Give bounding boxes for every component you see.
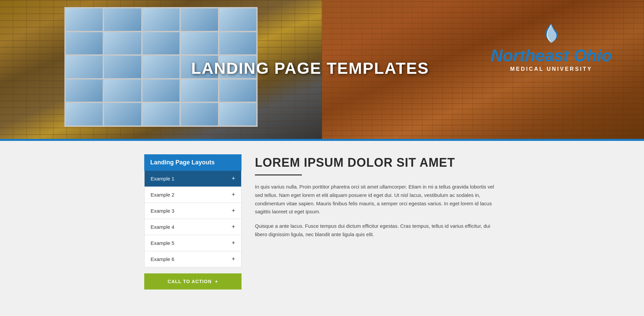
main-body: In quis varius nulla. Proin porttitor ph… [255, 183, 500, 239]
sidebar-header: Landing Page Layouts [144, 154, 241, 171]
sidebar-item-label: Example 5 [151, 240, 174, 246]
plus-icon: + [231, 256, 235, 263]
window-cell [66, 32, 103, 55]
plus-icon: + [231, 207, 235, 214]
plus-icon: + [231, 223, 235, 230]
window-cell [104, 32, 141, 55]
window-cell [181, 32, 218, 55]
neomed-logo: Northeast Ohio MEDICAL UNIVERSITY [491, 21, 612, 72]
sidebar-item-label: Example 4 [151, 224, 174, 230]
sidebar-item-label: Example 2 [151, 192, 174, 198]
sidebar: Landing Page Layouts Example 1 + Example… [144, 154, 241, 289]
sidebar-item-label: Example 1 [151, 176, 174, 181]
window-cell [219, 80, 256, 102]
window-cell [143, 32, 179, 55]
window-cell [219, 32, 256, 55]
sidebar-item-example2[interactable]: Example 2 + [145, 187, 241, 203]
window-cell [66, 56, 103, 78]
sidebar-item-label: Example 6 [151, 256, 174, 262]
sidebar-item-example1[interactable]: Example 1 + [145, 171, 241, 187]
sidebar-item-example3[interactable]: Example 3 + [145, 203, 241, 219]
window-cell [143, 56, 179, 78]
window-cell [104, 103, 141, 125]
window-cell [181, 8, 218, 31]
window-cell [143, 103, 179, 125]
sidebar-item-label: Example 3 [151, 208, 174, 214]
content-area: Landing Page Layouts Example 1 + Example… [0, 141, 644, 310]
cta-label: CALL TO ACTION [168, 279, 212, 284]
neomed-flame-icon [541, 21, 561, 45]
window-cell [66, 8, 103, 31]
hero-blue-bar [0, 139, 644, 141]
main-paragraph-2: Quisque a ante lacus. Fusce tempus dui d… [255, 222, 500, 239]
plus-icon: + [231, 240, 235, 247]
plus-icon: + [231, 191, 235, 198]
sidebar-items-list: Example 1 + Example 2 + Example 3 + Exam… [144, 171, 241, 267]
window-cell [219, 8, 256, 31]
sidebar-item-example4[interactable]: Example 4 + [145, 219, 241, 235]
window-cell [219, 103, 256, 125]
window-cell [104, 80, 141, 102]
window-cell [143, 80, 179, 102]
window-cell [181, 103, 218, 125]
neomed-logo-line1: Northeast Ohio [491, 47, 612, 64]
window-cell [66, 103, 103, 125]
main-heading: LOREM IPSUM DOLOR SIT AMET [255, 156, 500, 170]
window-cell [181, 80, 218, 102]
cta-plus-icon: + [215, 279, 218, 284]
cta-button[interactable]: CALL TO ACTION + [144, 273, 241, 289]
sidebar-item-example6[interactable]: Example 6 + [145, 251, 241, 267]
content-inner: Landing Page Layouts Example 1 + Example… [138, 154, 506, 289]
window-cell [104, 56, 141, 78]
plus-icon: + [231, 175, 235, 182]
neomed-logo-line2: MEDICAL UNIVERSITY [510, 66, 592, 72]
main-paragraph-1: In quis varius nulla. Proin porttitor ph… [255, 183, 500, 216]
sidebar-item-example5[interactable]: Example 5 + [145, 235, 241, 251]
window-cell [66, 80, 103, 102]
main-divider [255, 174, 302, 175]
hero-title: LANDING PAGE TEMPLATES [191, 59, 429, 77]
hero-section: Northeast Ohio MEDICAL UNIVERSITY LANDIN… [0, 0, 644, 141]
window-cell [143, 8, 179, 31]
window-cell [104, 8, 141, 31]
main-content: LOREM IPSUM DOLOR SIT AMET In quis variu… [255, 154, 500, 289]
